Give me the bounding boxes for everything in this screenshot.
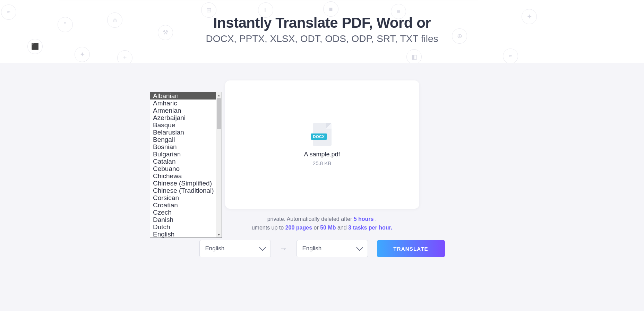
listbox-item[interactable]: Bengali (150, 136, 216, 143)
decorative-icon: ⋔ (107, 12, 122, 28)
listbox-item[interactable]: Belarusian (150, 129, 216, 136)
listbox-item[interactable]: Corsican (150, 194, 216, 201)
file-name: A sample.pdf (304, 151, 340, 158)
decorative-icon: ⬛ (27, 39, 43, 54)
info-max-pages: 200 pages (285, 225, 312, 231)
listbox-item[interactable]: Croatian (150, 201, 216, 209)
scroll-down-button[interactable]: ▼ (216, 232, 222, 237)
listbox-item[interactable]: Bosnian (150, 143, 216, 150)
info-max-size: 50 Mb (320, 225, 336, 231)
listbox-item[interactable]: Albanian (150, 92, 216, 100)
chevron-down-icon (356, 244, 363, 251)
language-listbox[interactable]: AlbanianAmharicArmenianAzerbaijaniBasque… (150, 92, 222, 238)
decorative-icon: ✦ (75, 47, 90, 62)
listbox-item[interactable]: Basque (150, 121, 216, 129)
scroll-up-button[interactable]: ▲ (216, 92, 222, 98)
decorative-icon: ” (58, 17, 73, 32)
top-divider (59, 0, 478, 0)
listbox-item[interactable]: Cebuano (150, 165, 216, 172)
scroll-thumb[interactable] (217, 98, 221, 129)
decorative-icon: ≈ (1, 5, 16, 20)
listbox-item[interactable]: English (150, 231, 216, 237)
source-language-select[interactable]: English (199, 240, 271, 257)
source-language-value: English (205, 245, 225, 252)
arrow-icon: → (280, 244, 287, 253)
listbox-item[interactable]: Chichewa (150, 172, 216, 180)
decorative-icon: ✦ (522, 9, 537, 24)
page-title: Instantly Translate PDF, Word or (213, 15, 431, 31)
decorative-icon: ≈ (503, 49, 518, 64)
info-task-limit: 3 tasks per hour. (348, 225, 392, 231)
listbox-item[interactable]: Czech (150, 209, 216, 216)
info-line1-text: private. Automatically deleted after (267, 216, 354, 222)
upload-card: DOCX A sample.pdf 25.8 KB (225, 80, 419, 209)
file-icon: DOCX (313, 123, 332, 146)
target-language-value: English (302, 245, 322, 252)
decorative-icon: ⚒ (158, 25, 173, 40)
decorative-icon: ⊕ (452, 28, 467, 44)
file-icon-label: DOCX (311, 133, 327, 140)
listbox-item[interactable]: Dutch (150, 223, 216, 231)
listbox-item[interactable]: Chinese (Simplified) (150, 180, 216, 187)
listbox-item[interactable]: Armenian (150, 107, 216, 114)
file-size: 25.8 KB (313, 160, 331, 166)
listbox-item[interactable]: Catalan (150, 158, 216, 165)
listbox-item[interactable]: Azerbaijani (150, 114, 216, 121)
listbox-item[interactable]: Amharic (150, 100, 216, 107)
listbox-item[interactable]: Danish (150, 216, 216, 223)
chevron-down-icon (259, 244, 266, 251)
info-delete-after: 5 hours (354, 216, 374, 222)
language-row: English → English TRANSLATE (199, 240, 445, 257)
listbox-item[interactable]: Chinese (Traditional) (150, 187, 216, 194)
translate-button[interactable]: TRANSLATE (377, 240, 445, 257)
page-subtitle: DOCX, PPTX, XLSX, ODT, ODS, ODP, SRT, TX… (206, 33, 438, 44)
listbox-scrollbar[interactable]: ▲ ▼ (216, 92, 222, 237)
target-language-select[interactable]: English (297, 240, 368, 257)
listbox-item[interactable]: Bulgarian (150, 150, 216, 158)
decorative-icon: ◧ (406, 49, 422, 64)
